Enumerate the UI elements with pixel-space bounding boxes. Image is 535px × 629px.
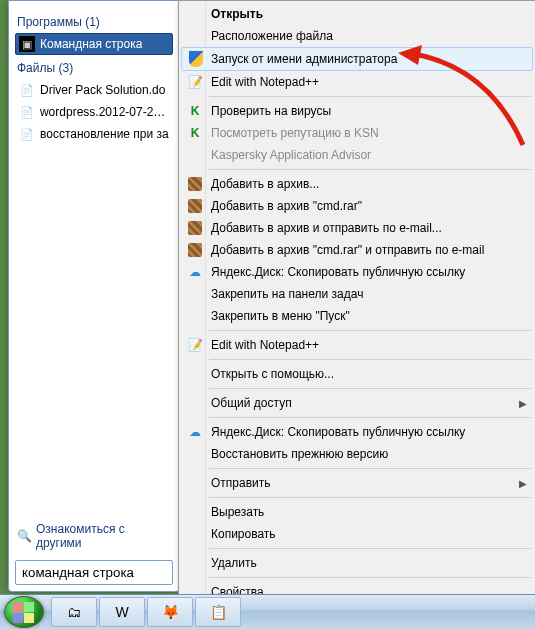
file-result[interactable]: 📄wordpress.2012-07-21.x [15,101,173,123]
menu-item-label: Добавить в архив "cmd.rar" и отправить п… [211,243,484,257]
firefox-icon: 🦊 [162,604,179,620]
menu-item[interactable]: Открыть с помощью... [181,363,533,385]
winrar-icon [186,241,204,259]
notepadpp-icon: 📝 [186,336,204,354]
yandex-disk-icon: ☁ [186,423,204,441]
menu-item-label: Добавить в архив... [211,177,319,191]
menu-item-label: Яндекс.Диск: Скопировать публичную ссылк… [211,265,465,279]
taskbar: 🗂W🦊📋 [0,594,535,629]
see-more-link[interactable]: 🔍 Ознакомиться с другими [15,516,173,556]
kaspersky-icon: K [186,124,204,142]
menu-item[interactable]: Расположение файла [181,25,533,47]
menu-item-label: Проверить на вирусы [211,104,331,118]
menu-separator [209,330,531,331]
results-pane: Программы (1) ▣Командная строка Файлы (3… [9,1,179,153]
notepadpp-icon: 📝 [186,73,204,91]
menu-item-label: Добавить в архив и отправить по e-mail..… [211,221,442,235]
explorer-icon: 🗂 [67,604,81,620]
menu-item-label: Edit with Notepad++ [211,338,319,352]
menu-separator [209,468,531,469]
menu-item[interactable]: ☁Яндекс.Диск: Скопировать публичную ссыл… [181,421,533,443]
menu-item-label: Вырезать [211,505,264,519]
menu-item[interactable]: Закрепить в меню "Пуск" [181,305,533,327]
search-icon: 🔍 [17,529,32,543]
chevron-right-icon: ▶ [519,398,527,409]
menu-item-label: Общий доступ [211,396,292,410]
menu-item-label: Посмотреть репутацию в KSN [211,126,379,140]
menu-item-label: Расположение файла [211,29,333,43]
result-label: wordpress.2012-07-21.x [40,105,169,119]
windows-logo-icon [13,602,34,623]
file-result[interactable]: 📄восстановление при за [15,123,173,145]
start-button[interactable] [4,596,44,628]
menu-item-label: Запуск от имени администратора [211,52,397,66]
context-menu: ОткрытьРасположение файлаЗапуск от имени… [178,0,535,606]
menu-separator [209,169,531,170]
menu-item[interactable]: Добавить в архив "cmd.rar" и отправить п… [181,239,533,261]
menu-item[interactable]: Открыть [181,3,533,25]
menu-separator [209,359,531,360]
start-menu-panel: Программы (1) ▣Командная строка Файлы (3… [8,0,180,592]
programs-header: Программы (1) [17,15,173,29]
files-header: Файлы (3) [17,61,173,75]
menu-item[interactable]: 📝Edit with Notepad++ [181,71,533,93]
winrar-icon [186,197,204,215]
menu-item[interactable]: KПроверить на вирусы [181,100,533,122]
menu-separator [209,96,531,97]
menu-item-label: Копировать [211,527,276,541]
taskbar-app[interactable]: 📋 [195,597,241,627]
menu-item[interactable]: Добавить в архив... [181,173,533,195]
menu-item-label: Edit with Notepad++ [211,75,319,89]
taskbar-firefox[interactable]: 🦊 [147,597,193,627]
file-icon: 📄 [19,104,35,120]
shield-icon [187,50,205,68]
menu-item: Kaspersky Application Advisor [181,144,533,166]
menu-item-label: Kaspersky Application Advisor [211,148,371,162]
menu-separator [209,417,531,418]
file-icon: 📄 [19,126,35,142]
menu-item[interactable]: Копировать [181,523,533,545]
menu-item-label: Открыть с помощью... [211,367,334,381]
search-input[interactable] [15,560,173,585]
kaspersky-icon: K [186,102,204,120]
menu-item-label: Добавить в архив "cmd.rar" [211,199,362,213]
winrar-icon [186,175,204,193]
menu-separator [209,577,531,578]
file-result[interactable]: 📄Driver Pack Solution.do [15,79,173,101]
cmd-icon: ▣ [19,36,35,52]
menu-item-label: Удалить [211,556,257,570]
menu-item[interactable]: Добавить в архив и отправить по e-mail..… [181,217,533,239]
result-label: восстановление при за [40,127,169,141]
taskbar-word[interactable]: W [99,597,145,627]
menu-item-label: Восстановить прежнюю версию [211,447,388,461]
word-icon: W [115,604,128,620]
result-label: Driver Pack Solution.do [40,83,165,97]
winrar-icon [186,219,204,237]
menu-item[interactable]: Удалить [181,552,533,574]
menu-item: KПосмотреть репутацию в KSN [181,122,533,144]
menu-item-label: Закрепить в меню "Пуск" [211,309,350,323]
menu-separator [209,497,531,498]
menu-item[interactable]: Закрепить на панели задач [181,283,533,305]
chevron-right-icon: ▶ [519,478,527,489]
menu-item[interactable]: Общий доступ▶ [181,392,533,414]
menu-item[interactable]: Вырезать [181,501,533,523]
taskbar-explorer[interactable]: 🗂 [51,597,97,627]
app-icon: 📋 [210,604,227,620]
program-result[interactable]: ▣Командная строка [15,33,173,55]
menu-item-label: Закрепить на панели задач [211,287,363,301]
result-label: Командная строка [40,37,142,51]
menu-separator [209,548,531,549]
menu-item-label: Яндекс.Диск: Скопировать публичную ссылк… [211,425,465,439]
menu-item[interactable]: Добавить в архив "cmd.rar" [181,195,533,217]
menu-item[interactable]: Отправить▶ [181,472,533,494]
menu-item[interactable]: Запуск от имени администратора [181,47,533,71]
menu-item[interactable]: Восстановить прежнюю версию [181,443,533,465]
menu-separator [209,388,531,389]
menu-item-label: Отправить [211,476,271,490]
menu-item[interactable]: ☁Яндекс.Диск: Скопировать публичную ссыл… [181,261,533,283]
yandex-disk-icon: ☁ [186,263,204,281]
menu-item-label: Открыть [211,7,263,21]
menu-item[interactable]: 📝Edit with Notepad++ [181,334,533,356]
start-bottom: 🔍 Ознакомиться с другими [9,510,179,591]
